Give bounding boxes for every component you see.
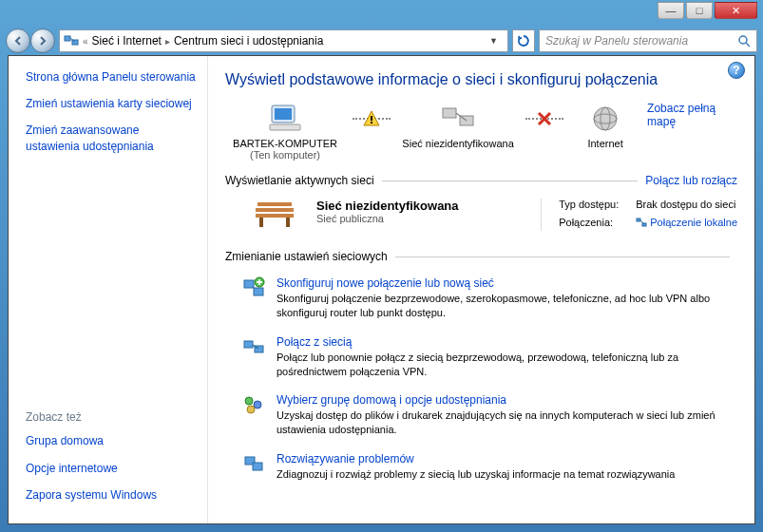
task-list: Skonfiguruj nowe połączenie lub nową sie… xyxy=(225,271,737,491)
sidebar-inet-options-link[interactable]: Opcje internetowe xyxy=(26,461,196,476)
connection-link[interactable]: Połączenie lokalne xyxy=(650,217,737,228)
svg-rect-20 xyxy=(258,202,292,206)
breadcrumb-item[interactable]: Sieć i Internet xyxy=(92,34,162,48)
nav-arrows xyxy=(6,28,55,53)
sidebar: Strona główna Panelu sterowania Zmień us… xyxy=(9,56,208,523)
full-map-link[interactable]: Zobacz pełną mapę xyxy=(647,102,737,128)
maximize-button[interactable]: □ xyxy=(686,2,713,19)
task-title[interactable]: Rozwiązywanie problemów xyxy=(277,452,737,466)
map-node-sublabel: (Ten komputer) xyxy=(225,149,345,161)
connections-label: Połączenia: xyxy=(559,217,619,231)
task-title[interactable]: Skonfiguruj nowe połączenie lub nową sie… xyxy=(277,276,737,290)
active-network-row: Sieć niezidentyfikowana Sieć publiczna T… xyxy=(225,195,737,237)
svg-rect-18 xyxy=(259,218,263,227)
arrow-left-icon xyxy=(12,35,24,47)
new-connection-icon xyxy=(242,276,265,299)
svg-rect-9 xyxy=(371,122,372,124)
sidebar-adapter-link[interactable]: Zmień ustawienia karty sieciowej xyxy=(26,96,196,111)
section-title: Zmienianie ustawień sieciowych xyxy=(225,250,388,263)
map-node-computer: BARTEK-KOMPUTER (Ten komputer) xyxy=(225,102,345,161)
active-network-info: Sieć niezidentyfikowana Sieć publiczna xyxy=(316,199,459,231)
network-name: Sieć niezidentyfikowana xyxy=(316,199,459,213)
svg-rect-25 xyxy=(254,288,263,295)
bench-icon xyxy=(252,199,297,231)
forward-button[interactable] xyxy=(30,28,55,53)
task-new-connection: Skonfiguruj nowe połączenie lub nową sie… xyxy=(225,271,737,330)
arrow-right-icon xyxy=(37,35,48,47)
task-troubleshoot: Rozwiązywanie problemów Zdiagnozuj i roz… xyxy=(225,446,737,491)
map-node-label: Internet xyxy=(571,138,639,149)
chevron-right-icon: ▸ xyxy=(163,36,172,47)
map-node-label: BARTEK-KOMPUTER xyxy=(225,138,345,149)
svg-point-32 xyxy=(247,406,255,413)
connection-icon xyxy=(636,217,647,228)
access-type-label: Typ dostępu: xyxy=(559,199,619,213)
section-title: Wyświetlanie aktywnych sieci xyxy=(225,174,374,187)
warning-icon xyxy=(363,110,380,127)
svg-point-30 xyxy=(245,397,253,405)
map-node-label: Sieć niezidentyfikowana xyxy=(398,138,518,149)
svg-rect-8 xyxy=(371,116,372,121)
page-title: Wyświetl podstawowe informacje o sieci i… xyxy=(225,71,737,88)
homegroup-icon xyxy=(242,393,265,416)
search-icon xyxy=(737,34,751,48)
map-node-network: Sieć niezidentyfikowana xyxy=(398,102,518,149)
network-map: BARTEK-KOMPUTER (Ten komputer) Sieć niez… xyxy=(225,102,737,161)
task-homegroup: Wybierz grupę domową i opcje udostępnian… xyxy=(225,388,737,446)
svg-rect-6 xyxy=(275,108,292,120)
refresh-button[interactable] xyxy=(512,29,535,52)
svg-rect-21 xyxy=(637,218,640,221)
task-description: Skonfiguruj połączenie bezprzewodowe, sz… xyxy=(277,292,737,320)
connect-disconnect-link[interactable]: Połącz lub rozłącz xyxy=(645,174,737,187)
search-input[interactable]: Szukaj w Panelu sterowania xyxy=(539,29,757,52)
network-details: Typ dostępu: Brak dostępu do sieci Połąc… xyxy=(541,199,737,231)
svg-point-13 xyxy=(594,107,617,130)
svg-line-4 xyxy=(746,43,750,47)
task-description: Połącz lub ponownie połącz z siecią bezp… xyxy=(277,351,737,379)
svg-rect-10 xyxy=(443,108,456,118)
task-connect: Połącz z siecią Połącz lub ponownie połą… xyxy=(225,330,737,389)
sidebar-home-link[interactable]: Strona główna Panelu sterowania xyxy=(26,69,196,85)
connect-icon xyxy=(242,335,265,358)
breadcrumb[interactable]: « Sieć i Internet ▸ Centrum sieci i udos… xyxy=(59,29,508,52)
svg-point-31 xyxy=(254,401,261,408)
svg-rect-16 xyxy=(256,208,294,212)
titlebar: — □ ✕ xyxy=(0,0,763,27)
see-also-header: Zobacz też xyxy=(26,410,196,424)
svg-rect-27 xyxy=(244,341,253,348)
window-buttons: — □ ✕ xyxy=(658,2,757,19)
network-icon xyxy=(64,33,79,48)
minimize-button[interactable]: — xyxy=(658,2,684,19)
map-link xyxy=(353,102,391,136)
refresh-icon xyxy=(517,34,530,48)
svg-rect-34 xyxy=(253,463,262,470)
globe-icon xyxy=(571,102,639,136)
svg-rect-24 xyxy=(244,280,254,288)
sidebar-sharing-link[interactable]: Zmień zaawansowane ustawienia udostępnia… xyxy=(26,123,196,153)
error-icon xyxy=(537,111,552,126)
breadcrumb-dropdown[interactable]: ▼ xyxy=(489,36,504,46)
nav-row: « Sieć i Internet ▸ Centrum sieci i udos… xyxy=(0,27,763,55)
network-type: Sieć publiczna xyxy=(316,213,459,224)
active-networks-header: Wyświetlanie aktywnych sieci Połącz lub … xyxy=(225,174,737,187)
network-node-icon xyxy=(398,102,518,136)
back-button[interactable] xyxy=(6,28,30,53)
task-title[interactable]: Połącz z siecią xyxy=(277,335,737,349)
map-node-internet: Internet xyxy=(571,102,639,149)
sidebar-homegroup-link[interactable]: Grupa domowa xyxy=(26,433,196,448)
breadcrumb-item[interactable]: Centrum sieci i udostępniania xyxy=(174,34,323,48)
sidebar-spacer xyxy=(26,165,196,411)
close-button[interactable]: ✕ xyxy=(715,2,757,19)
task-title[interactable]: Wybierz grupę domową i opcje udostępnian… xyxy=(277,393,737,407)
troubleshoot-icon xyxy=(242,452,265,475)
window-body: Strona główna Panelu sterowania Zmień us… xyxy=(8,55,755,524)
svg-rect-7 xyxy=(270,124,300,130)
search-placeholder: Szukaj w Panelu sterowania xyxy=(545,34,688,48)
task-description: Uzyskaj dostęp do plików i drukarek znaj… xyxy=(277,408,737,437)
task-description: Zdiagnozuj i rozwiąż problemy z siecią l… xyxy=(277,467,737,482)
main-panel: ? Wyświetl podstawowe informacje o sieci… xyxy=(208,56,754,523)
help-icon[interactable]: ? xyxy=(728,62,745,79)
svg-point-3 xyxy=(739,36,747,44)
sidebar-firewall-link[interactable]: Zapora systemu Windows xyxy=(26,487,196,503)
chevron-right-icon: « xyxy=(81,36,90,47)
